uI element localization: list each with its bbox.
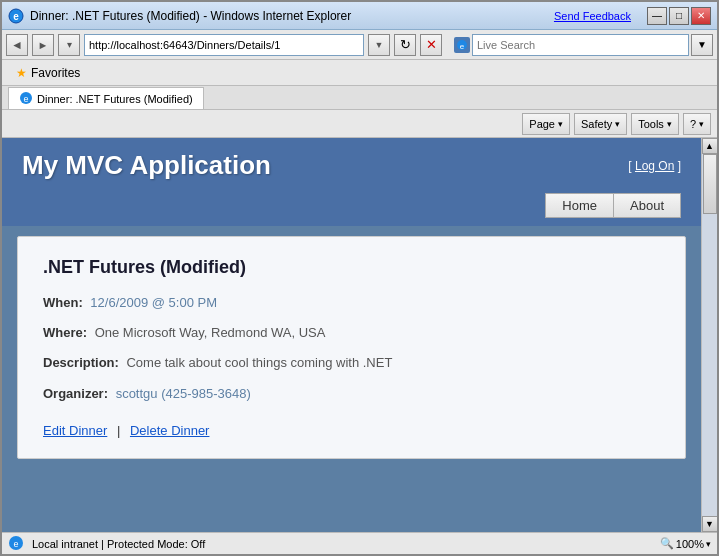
- where-label: Where:: [43, 325, 87, 340]
- back-button[interactable]: ◄: [6, 34, 28, 56]
- scroll-thumb[interactable]: [703, 154, 717, 214]
- description-label: Description:: [43, 355, 119, 370]
- stop-button[interactable]: ✕: [420, 34, 442, 56]
- where-row: Where: One Microsoft Way, Redmond WA, US…: [43, 324, 660, 342]
- zoom-arrow-icon: ▾: [706, 539, 711, 549]
- content-area: My MVC Application [ Log On ] Home About…: [2, 138, 717, 532]
- where-value: One Microsoft Way, Redmond WA, USA: [95, 325, 326, 340]
- safety-arrow-icon: ▾: [615, 119, 620, 129]
- zoom-level: 100%: [676, 538, 704, 550]
- delete-dinner-link[interactable]: Delete Dinner: [130, 423, 210, 438]
- search-go-button[interactable]: ▼: [691, 34, 713, 56]
- help-label: ?: [690, 118, 696, 130]
- help-button[interactable]: ? ▾: [683, 113, 711, 135]
- refresh-button[interactable]: ↻: [394, 34, 416, 56]
- minimize-button[interactable]: —: [647, 7, 667, 25]
- browser-window: e Dinner: .NET Futures (Modified) - Wind…: [0, 0, 719, 556]
- page-menu-button[interactable]: Page ▾: [522, 113, 570, 135]
- favorites-button[interactable]: ★ Favorites: [8, 64, 88, 82]
- favorites-bar: ★ Favorites: [2, 60, 717, 86]
- organizer-label: Organizer:: [43, 386, 108, 401]
- window-title: Dinner: .NET Futures (Modified) - Window…: [30, 9, 351, 23]
- login-bracket-left: [: [628, 159, 635, 173]
- organizer-value: scottgu (425-985-3648): [116, 386, 251, 401]
- active-tab[interactable]: e Dinner: .NET Futures (Modified): [8, 87, 204, 109]
- title-bar: e Dinner: .NET Futures (Modified) - Wind…: [2, 2, 717, 30]
- link-separator: |: [117, 423, 120, 438]
- address-dropdown-button[interactable]: ▼: [368, 34, 390, 56]
- description-row: Description: Come talk about cool things…: [43, 354, 660, 372]
- scroll-up-button[interactable]: ▲: [702, 138, 718, 154]
- organizer-row: Organizer: scottgu (425-985-3648): [43, 385, 660, 403]
- address-bar: ◄ ► ▾ ▼ ↻ ✕ e ▼: [2, 30, 717, 60]
- restore-button[interactable]: □: [669, 7, 689, 25]
- send-feedback-link[interactable]: Send Feedback: [554, 10, 631, 22]
- page-label: Page: [529, 118, 555, 130]
- title-bar-left: e Dinner: .NET Futures (Modified) - Wind…: [8, 8, 351, 24]
- app-title: My MVC Application: [22, 150, 271, 181]
- search-input[interactable]: [472, 34, 689, 56]
- mvc-nav: Home About: [2, 193, 701, 226]
- scroll-down-button[interactable]: ▼: [702, 516, 718, 532]
- svg-text:e: e: [13, 11, 19, 22]
- favorites-label: Favorites: [31, 66, 80, 80]
- safety-menu-button[interactable]: Safety ▾: [574, 113, 627, 135]
- dinner-title: .NET Futures (Modified): [43, 257, 660, 278]
- page-arrow-icon: ▾: [558, 119, 563, 129]
- ie-icon: e: [8, 8, 24, 24]
- toolbar-row: Page ▾ Safety ▾ Tools ▾ ? ▾: [2, 110, 717, 138]
- svg-text:e: e: [460, 42, 465, 51]
- tab-favicon: e: [19, 91, 33, 107]
- tools-arrow-icon: ▾: [667, 119, 672, 129]
- when-row: When: 12/6/2009 @ 5:00 PM: [43, 294, 660, 312]
- about-nav-button[interactable]: About: [613, 193, 681, 218]
- login-area: [ Log On ]: [628, 159, 681, 173]
- address-input[interactable]: [84, 34, 364, 56]
- status-text: Local intranet | Protected Mode: Off: [32, 538, 205, 550]
- zoom-icon: 🔍: [660, 537, 674, 550]
- scroll-track[interactable]: [702, 154, 717, 516]
- tools-menu-button[interactable]: Tools ▾: [631, 113, 679, 135]
- svg-text:e: e: [23, 94, 28, 104]
- login-bracket-right: ]: [674, 159, 681, 173]
- svg-text:e: e: [13, 539, 18, 549]
- forward-button[interactable]: ►: [32, 34, 54, 56]
- home-nav-button[interactable]: Home: [545, 193, 613, 218]
- webpage: My MVC Application [ Log On ] Home About…: [2, 138, 701, 532]
- when-value: 12/6/2009 @ 5:00 PM: [90, 295, 217, 310]
- window-controls: — □ ✕: [647, 7, 711, 25]
- ie-status-icon: e: [8, 535, 24, 553]
- log-on-link[interactable]: Log On: [635, 159, 674, 173]
- close-button[interactable]: ✕: [691, 7, 711, 25]
- star-icon: ★: [16, 66, 27, 80]
- tab-label: Dinner: .NET Futures (Modified): [37, 93, 193, 105]
- scrollbar: ▲ ▼: [701, 138, 717, 532]
- status-right: 🔍 100% ▾: [660, 537, 711, 550]
- action-links: Edit Dinner | Delete Dinner: [43, 423, 660, 438]
- safety-label: Safety: [581, 118, 612, 130]
- dropdown-button[interactable]: ▾: [58, 34, 80, 56]
- mvc-app-header: My MVC Application [ Log On ]: [2, 138, 701, 193]
- ie-search-icon: e: [454, 37, 470, 53]
- when-label: When:: [43, 295, 83, 310]
- description-value: Come talk about cool things coming with …: [126, 355, 392, 370]
- status-bar: e Local intranet | Protected Mode: Off 🔍…: [2, 532, 717, 554]
- tab-bar: e Dinner: .NET Futures (Modified): [2, 86, 717, 110]
- edit-dinner-link[interactable]: Edit Dinner: [43, 423, 107, 438]
- search-area: e ▼: [454, 34, 713, 56]
- help-arrow-icon: ▾: [699, 119, 704, 129]
- mvc-content-box: .NET Futures (Modified) When: 12/6/2009 …: [17, 236, 686, 459]
- tools-label: Tools: [638, 118, 664, 130]
- zoom-button[interactable]: 🔍 100% ▾: [660, 537, 711, 550]
